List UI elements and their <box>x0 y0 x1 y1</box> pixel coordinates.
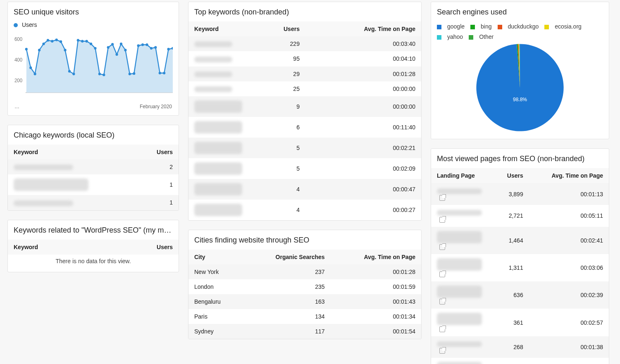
external-link-icon[interactable] <box>439 348 445 354</box>
pie-center-label: 98.8% <box>513 97 527 102</box>
external-link-icon[interactable] <box>439 217 445 223</box>
table-row[interactable]: Bengaluru16300:01:43 <box>188 294 421 309</box>
external-link-icon[interactable] <box>439 326 445 332</box>
external-link-icon[interactable] <box>439 244 445 250</box>
table-row[interactable]: 500:02:09 <box>188 158 421 179</box>
legend-swatch-icon <box>544 25 549 29</box>
chart-legend: Users <box>14 21 173 28</box>
svg-point-9 <box>60 40 62 43</box>
table-row[interactable]: 1 <box>8 195 179 210</box>
table-row[interactable]: Sydney11700:01:54 <box>188 324 421 339</box>
svg-point-33 <box>163 72 165 74</box>
legend-item[interactable]: bing <box>470 21 491 32</box>
legend-item[interactable]: google <box>437 21 465 32</box>
table-row[interactable]: 900:00:00 <box>188 96 421 117</box>
card-title: Keywords related to "WordPress SEO" (my … <box>8 220 179 240</box>
svg-point-14 <box>81 40 83 43</box>
table-row[interactable]: 2900:01:28 <box>188 67 421 81</box>
col-time[interactable]: Avg. Time on Page <box>331 250 421 264</box>
table-row[interactable]: 1 <box>8 174 179 195</box>
visitors-line-chart[interactable]: 600 400 200 <box>14 31 173 101</box>
table-row[interactable]: 63600:02:39 <box>431 281 609 309</box>
chicago-keywords-table: Keyword Users 211 <box>8 145 179 210</box>
seo-visitors-card: SEO unique visitors Users 600 400 200 … <box>7 2 179 116</box>
col-users[interactable]: Users <box>494 168 529 183</box>
table-row[interactable]: London23500:01:59 <box>188 279 421 294</box>
card-title: Chicago keywords (local SEO) <box>8 125 179 145</box>
table-row[interactable]: Paris13400:01:34 <box>188 309 421 324</box>
table-row[interactable]: 500:02:21 <box>188 138 421 158</box>
redacted-text <box>194 57 232 62</box>
col-users[interactable]: Users <box>255 21 305 36</box>
ytick: 400 <box>14 57 23 62</box>
xaxis-start: … <box>14 104 19 109</box>
col-keyword[interactable]: Keyword <box>188 21 255 36</box>
svg-point-6 <box>47 39 49 41</box>
table-row[interactable]: 1,31100:03:06 <box>431 254 609 281</box>
legend-swatch-icon <box>469 35 473 40</box>
redacted-text <box>437 210 482 216</box>
table-row[interactable]: 600:11:40 <box>188 117 421 138</box>
svg-point-16 <box>90 43 92 45</box>
table-row[interactable]: 26800:01:38 <box>431 336 609 358</box>
table-row[interactable]: 2,72100:05:11 <box>431 205 609 227</box>
svg-point-1 <box>25 48 28 50</box>
external-link-icon[interactable] <box>439 271 445 277</box>
svg-point-21 <box>111 43 114 45</box>
col-searches[interactable]: Organic Searches <box>243 250 331 264</box>
table-row[interactable]: 2 <box>8 159 179 174</box>
redacted-text <box>194 121 242 133</box>
svg-point-34 <box>167 48 170 50</box>
cities-card: Cities finding website through SEO City … <box>188 230 422 339</box>
svg-point-20 <box>107 46 110 49</box>
table-row[interactable]: 400:00:27 <box>188 200 421 220</box>
legend-item[interactable]: ecosia.org <box>544 21 582 32</box>
redacted-text <box>437 231 482 243</box>
svg-point-26 <box>133 72 135 75</box>
col-time[interactable]: Avg. Time on Page <box>305 21 421 36</box>
seo-visitors-title: SEO unique visitors <box>8 2 179 21</box>
svg-point-5 <box>42 43 45 45</box>
redacted-text <box>194 41 232 47</box>
svg-point-25 <box>129 73 131 75</box>
col-keyword[interactable]: Keyword <box>8 145 105 159</box>
col-city[interactable]: City <box>188 250 243 264</box>
legend-item[interactable]: Other <box>469 32 494 42</box>
external-link-icon[interactable] <box>439 299 445 305</box>
table-row[interactable]: 2500:00:00 <box>188 81 421 96</box>
table-row[interactable]: 400:00:47 <box>188 179 421 200</box>
search-engines-pie-chart[interactable] <box>475 42 565 133</box>
pages-card: Most viewed pages from SEO (non-branded)… <box>431 148 609 364</box>
legend-item[interactable]: duckduckgo <box>498 21 539 32</box>
col-users[interactable]: Users <box>105 145 179 159</box>
svg-point-24 <box>124 49 126 51</box>
table-row[interactable]: New York23700:01:28 <box>188 264 421 279</box>
redacted-text <box>437 258 482 271</box>
col-users[interactable]: Users <box>105 240 179 255</box>
legend-swatch-icon <box>437 25 441 29</box>
table-row[interactable]: 36100:02:57 <box>431 309 609 336</box>
svg-point-2 <box>29 67 32 69</box>
legend-dot-icon <box>14 23 18 27</box>
svg-point-13 <box>77 39 79 41</box>
table-row[interactable]: 24300:01:36 <box>431 358 609 364</box>
external-link-icon[interactable] <box>439 195 445 201</box>
legend-swatch-icon <box>437 35 441 40</box>
redacted-text <box>194 204 242 216</box>
table-row[interactable]: 3,89900:01:13 <box>431 183 609 205</box>
svg-point-3 <box>34 73 36 75</box>
table-row[interactable]: 1,46400:02:41 <box>431 227 609 254</box>
svg-point-11 <box>68 70 71 72</box>
svg-point-29 <box>145 43 148 46</box>
svg-point-4 <box>38 49 41 51</box>
table-row[interactable]: 22900:03:40 <box>188 36 421 51</box>
svg-point-12 <box>72 73 75 75</box>
table-row[interactable]: 9500:04:10 <box>188 51 421 66</box>
col-time[interactable]: Avg. Time on Page <box>529 168 609 183</box>
col-keyword[interactable]: Keyword <box>8 240 105 255</box>
svg-point-31 <box>154 46 157 49</box>
legend-item[interactable]: yahoo <box>437 32 463 42</box>
card-title: Search engines used <box>431 2 609 21</box>
search-engines-card: Search engines used googlebingduckduckgo… <box>431 2 609 139</box>
col-page[interactable]: Landing Page <box>431 168 494 183</box>
